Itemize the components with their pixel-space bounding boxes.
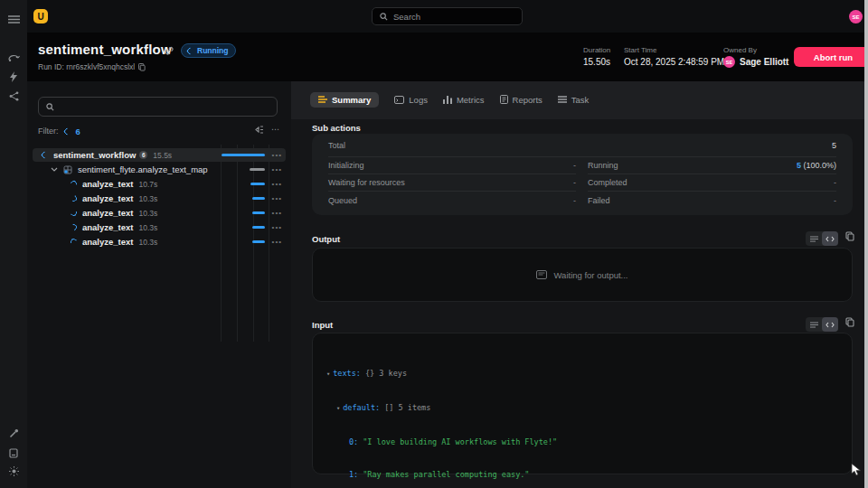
- stat-label: Failed: [588, 196, 610, 205]
- changelog-file-icon[interactable]: [0, 443, 27, 463]
- tab-metrics-label: Metrics: [457, 95, 485, 105]
- link-icon[interactable]: [165, 46, 174, 55]
- copy-icon[interactable]: [138, 63, 146, 71]
- run-header: sentiment_workflow Running Run ID: rnr6s…: [27, 33, 868, 81]
- code-view-icon[interactable]: [822, 317, 838, 332]
- stat-label: Waiting for resources: [328, 178, 405, 187]
- user-avatar[interactable]: SE: [849, 10, 863, 23]
- stat-row: Queued -: [328, 192, 576, 209]
- nav-rail: [0, 0, 27, 488]
- collapse-all-icon[interactable]: [255, 126, 264, 134]
- tab-metrics[interactable]: Metrics: [443, 95, 485, 105]
- output-title: Output: [312, 234, 340, 244]
- logs-icon: [394, 96, 404, 104]
- tree-row-root[interactable]: sentiment_workflow 6 15.5s •••: [33, 148, 286, 162]
- tree-row-task[interactable]: analyze_text 10.3s •••: [33, 221, 286, 234]
- stat-value: -: [834, 196, 836, 205]
- stat-value: -: [573, 178, 576, 187]
- stat-value: -: [573, 161, 576, 170]
- apps-lightning-icon[interactable]: [0, 67, 27, 87]
- tree-row-task[interactable]: analyze_text 10.3s •••: [33, 235, 286, 249]
- share-graph-icon[interactable]: [0, 86, 27, 106]
- task-duration: 10.3s: [139, 194, 158, 203]
- duration-block: Duration 15.50s: [583, 46, 610, 67]
- start-time-label: Start Time: [624, 46, 724, 54]
- global-search[interactable]: [372, 7, 523, 25]
- timeline-bar[interactable]: [252, 211, 265, 214]
- total-row: Total 5: [328, 134, 836, 157]
- running-spinner-icon: [70, 223, 79, 232]
- running-spinner-icon: [41, 151, 50, 160]
- runs-icon[interactable]: [0, 47, 27, 67]
- tab-reports-label: Reports: [513, 95, 542, 105]
- row-more-icon[interactable]: •••: [272, 165, 282, 174]
- json-key: texts:: [333, 369, 361, 378]
- union-logo[interactable]: U: [33, 9, 48, 23]
- filter-row: Filter: 6 ⋯: [38, 125, 280, 137]
- timeline-bar[interactable]: [252, 226, 265, 229]
- tree-row-task[interactable]: analyze_text 10.3s •••: [33, 192, 286, 205]
- json-line: ▾texts:{} 3 keys: [326, 368, 557, 380]
- timeline-bar[interactable]: [250, 168, 265, 171]
- owner-avatar[interactable]: SE: [723, 56, 735, 68]
- json-key: 1:: [349, 470, 358, 479]
- tree-root-label: sentiment_workflow: [53, 150, 136, 160]
- tree-row-task[interactable]: analyze_text 10.7s •••: [33, 177, 286, 191]
- row-more-icon[interactable]: •••: [272, 151, 282, 159]
- running-spinner-icon: [70, 194, 78, 202]
- input-view-toggle: [806, 317, 838, 332]
- running-percent: (100.0%): [803, 161, 836, 170]
- output-copy-icon[interactable]: [845, 231, 854, 241]
- search-input[interactable]: [393, 12, 502, 22]
- json-string: "Ray makes parallel computing easy.": [363, 470, 529, 479]
- timeline-bar[interactable]: [222, 154, 265, 156]
- collapse-arrow[interactable]: ▾: [336, 405, 340, 412]
- list-view-icon[interactable]: [806, 231, 822, 246]
- run-title: sentiment_workflow: [38, 42, 172, 57]
- row-more-icon[interactable]: •••: [272, 209, 282, 217]
- list-view-icon[interactable]: [806, 317, 822, 332]
- total-value: 5: [832, 141, 836, 150]
- row-more-icon[interactable]: •••: [272, 194, 282, 202]
- json-key: default:: [343, 403, 380, 412]
- chevron-down-icon[interactable]: [51, 167, 58, 172]
- running-count[interactable]: 5: [797, 161, 801, 170]
- start-time-block: Start Time Oct 28, 2025 2:48:59 PM: [624, 46, 724, 67]
- theme-sun-icon[interactable]: [0, 461, 27, 481]
- tree-map-label: sentiment_flyte.analyze_text_map: [78, 164, 208, 174]
- tab-summary[interactable]: Summary: [310, 92, 379, 108]
- abort-run-button[interactable]: Abort run: [794, 47, 868, 67]
- tree-row-task[interactable]: analyze_text 10.3s •••: [33, 206, 286, 220]
- stat-row: Failed -: [588, 192, 836, 209]
- filter-label: Filter:: [38, 127, 59, 136]
- filter-running-icon[interactable]: [62, 127, 71, 136]
- json-string: "I love building AI workflows with Flyte…: [363, 437, 557, 446]
- tree-root-duration: 15.5s: [153, 151, 172, 160]
- filter-count[interactable]: 6: [76, 127, 80, 136]
- tab-reports[interactable]: Reports: [500, 95, 542, 105]
- actions-tree-panel: Filter: 6 ⋯ sentiment_workflow 6 15.5s •…: [27, 81, 291, 488]
- tree-search-box[interactable]: [38, 97, 278, 117]
- tree-more-options-icon[interactable]: ⋯: [271, 125, 280, 134]
- timeline-bar[interactable]: [252, 240, 265, 243]
- menu-hamburger-icon[interactable]: [0, 9, 27, 29]
- wand-icon[interactable]: [0, 423, 27, 443]
- json-meta: [] 5 items: [384, 403, 430, 412]
- row-more-icon[interactable]: •••: [272, 180, 282, 188]
- timeline-bar[interactable]: [252, 197, 265, 200]
- sub-actions-title: Sub actions: [312, 123, 361, 133]
- tree-row-map[interactable]: sentiment_flyte.analyze_text_map •••: [33, 163, 286, 176]
- scrollbar[interactable]: [864, 0, 868, 488]
- collapse-arrow[interactable]: ▾: [326, 371, 330, 378]
- input-copy-icon[interactable]: [845, 317, 854, 327]
- code-view-icon[interactable]: [822, 231, 838, 246]
- timeline-bar[interactable]: [250, 183, 265, 185]
- owner-name: Sage Elliott: [740, 57, 788, 67]
- status-badge[interactable]: Running: [181, 43, 236, 58]
- running-spinner-icon: [70, 238, 78, 246]
- row-more-icon[interactable]: •••: [272, 223, 282, 231]
- tab-task[interactable]: Task: [558, 95, 590, 105]
- row-more-icon[interactable]: •••: [272, 238, 282, 246]
- run-id: Run ID: rnr6szklvf5xnqhcslxl: [38, 62, 146, 71]
- tab-logs[interactable]: Logs: [394, 95, 428, 105]
